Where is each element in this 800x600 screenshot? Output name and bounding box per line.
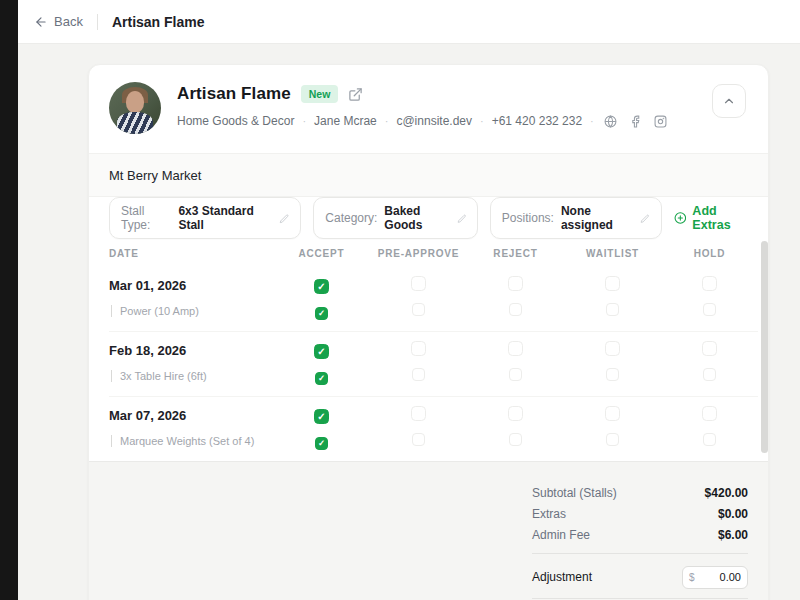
pencil-icon [457,213,466,224]
subtotal-value: $420.00 [705,486,748,500]
column-header-hold: HOLD [694,248,726,259]
extra-label-cell: Marquee Weights (Set of 4) [109,435,273,447]
accept-checkbox[interactable] [315,437,328,450]
waitlist-checkbox[interactable] [605,276,620,291]
table-scrollbar-thumb[interactable] [761,241,768,453]
plus-circle-icon [674,211,687,225]
extra-label-cell: Power (10 Amp) [109,305,273,317]
accept-checkbox[interactable] [314,344,329,359]
hold-checkbox[interactable] [702,406,717,421]
category-selector[interactable]: Category: Baked Goods [313,197,478,239]
adjustment-input[interactable] [695,571,741,583]
vendor-contact-name: Jane Mcrae [314,114,377,128]
category-label: Category: [325,211,377,225]
date-group: Mar 07, 2026 Marquee Weights (Set of 4) [109,397,758,461]
date-group: Mar 01, 2026 Power (10 Amp) [109,267,758,332]
back-button[interactable]: Back [34,14,83,29]
pre-approve-checkbox[interactable] [411,406,426,421]
table-extra-row: Power (10 Amp) [109,299,758,323]
reject-checkbox[interactable] [508,276,523,291]
table-row: Feb 18, 2026 [109,338,758,362]
pre-approve-checkbox[interactable] [412,433,425,446]
vendor-category: Home Goods & Decor [177,114,294,128]
dot-separator: · [590,115,594,127]
reject-checkbox[interactable] [508,406,523,421]
column-header-reject: REJECT [493,248,537,259]
globe-icon[interactable] [604,115,617,128]
waitlist-checkbox[interactable] [606,368,619,381]
positions-selector[interactable]: Positions: None assigned [490,197,662,239]
arrow-left-icon [34,15,48,29]
category-value: Baked Goods [384,204,449,232]
instagram-icon[interactable] [654,115,667,128]
back-label: Back [54,14,83,29]
stall-type-label: Stall Type: [121,204,171,232]
stall-type-selector[interactable]: Stall Type: 6x3 Standard Stall [109,197,301,239]
indent-bar [111,435,112,447]
hold-checkbox[interactable] [702,341,717,356]
vendor-header: Artisan Flame New Home Goods & Decor · J… [89,65,768,153]
facebook-icon[interactable] [629,115,642,128]
external-link-icon[interactable] [348,87,363,102]
accept-checkbox[interactable] [314,409,329,424]
column-header-date: DATE [109,248,139,259]
reject-checkbox[interactable] [509,303,522,316]
summary-row-subtotal: Subtotal (Stalls) $420.00 [532,482,748,503]
page-title: Artisan Flame [112,14,205,30]
reject-checkbox[interactable] [509,368,522,381]
positions-value: None assigned [561,204,633,232]
date-label: Feb 18, 2026 [109,343,273,358]
accept-checkbox[interactable] [315,372,328,385]
hold-checkbox[interactable] [702,276,717,291]
adjustment-label: Adjustment [532,570,592,584]
pre-approve-checkbox[interactable] [411,341,426,356]
subtotal-label: Subtotal (Stalls) [532,486,617,500]
vendor-phone: +61 420 232 232 [492,114,582,128]
stall-type-value: 6x3 Standard Stall [178,204,272,232]
accept-checkbox[interactable] [314,279,329,294]
table-row: Mar 01, 2026 [109,273,758,297]
admin-fee-value: $6.00 [718,528,748,542]
waitlist-checkbox[interactable] [605,341,620,356]
vendor-meta: Home Goods & Decor · Jane Mcrae · c@inns… [177,114,667,128]
waitlist-checkbox[interactable] [605,406,620,421]
extras-value: $0.00 [718,507,748,521]
pricing-summary: Subtotal (Stalls) $420.00 Extras $0.00 A… [532,482,748,600]
summary-row-extras: Extras $0.00 [532,503,748,524]
waitlist-checkbox[interactable] [606,303,619,316]
hold-checkbox[interactable] [703,368,716,381]
add-extras-button[interactable]: Add Extras [674,204,752,232]
indent-bar [111,370,112,382]
date-label: Mar 01, 2026 [109,278,273,293]
extra-label: 3x Table Hire (6ft) [120,370,207,382]
extras-label: Extras [532,507,566,521]
summary-divider [532,553,748,554]
dot-separator: · [385,115,389,127]
waitlist-checkbox[interactable] [606,433,619,446]
add-extras-label: Add Extras [692,204,752,232]
collapse-card-button[interactable] [712,84,746,118]
reject-checkbox[interactable] [508,341,523,356]
topbar-divider [97,14,98,30]
pricing-summary-section: Subtotal (Stalls) $420.00 Extras $0.00 A… [89,461,768,600]
column-header-pre-approve: PRE-APPROVE [378,248,460,259]
dot-separator: · [480,115,484,127]
pre-approve-checkbox[interactable] [412,368,425,381]
hold-checkbox[interactable] [703,303,716,316]
pencil-icon [279,213,289,224]
date-group: Feb 18, 2026 3x Table Hire (6ft) [109,332,758,397]
pre-approve-checkbox[interactable] [411,276,426,291]
reject-checkbox[interactable] [509,433,522,446]
vendor-email[interactable]: c@innsite.dev [396,114,472,128]
column-header-waitlist: WAITLIST [586,248,639,259]
accept-checkbox[interactable] [315,307,328,320]
chevron-up-icon [722,94,736,108]
extra-label-cell: 3x Table Hire (6ft) [109,370,273,382]
pre-approve-checkbox[interactable] [412,303,425,316]
extra-label: Marquee Weights (Set of 4) [120,435,254,447]
vendor-name: Artisan Flame [177,84,291,104]
table-row: Mar 07, 2026 [109,403,758,427]
market-title: Mt Berry Market [109,168,201,183]
table-extra-row: Marquee Weights (Set of 4) [109,429,758,453]
hold-checkbox[interactable] [703,433,716,446]
